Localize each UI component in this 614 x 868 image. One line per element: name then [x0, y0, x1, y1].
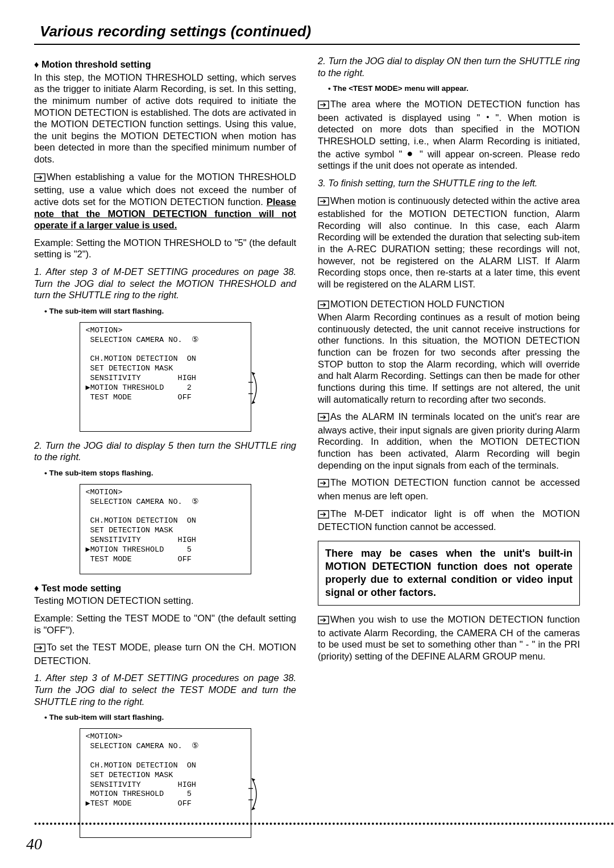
note-testmode-on: To set the TEST MODE, please turn ON the… [34, 641, 296, 666]
step-testmode-3: 3. To finish setting, turn the SHUTTLE r… [318, 177, 580, 189]
note-motion-area: The area where the MOTION DETECTION func… [318, 98, 580, 172]
note-mdet-indicator: The M-DET indicator light is off when th… [318, 508, 580, 533]
note-subitem-stop-flash: • The sub-item stops flashing. [44, 469, 296, 478]
note-arrow-icon [318, 412, 329, 424]
menu-screenshot-2: <MOTION> SELECTION CAMERA NO. ⑤ CH.MOTIO… [80, 484, 251, 574]
step-testmode-1: 1. After step 3 of M-DET SETTING procedu… [34, 672, 296, 707]
menu-screenshot-1: <MOTION> SELECTION CAMERA NO. ⑤ CH.MOTIO… [80, 322, 251, 432]
left-column: ♦ Motion threshold setting In this step,… [34, 55, 296, 846]
note-arrow-icon [34, 643, 45, 655]
para-testmode-intro: Testing MOTION DETECTION setting. [34, 595, 296, 607]
step-threshold-1: 1. After step 3 of M-DET SETTING procedu… [34, 266, 296, 301]
note-alarm-in: As the ALARM IN terminals located on the… [318, 411, 580, 471]
note-subitem-flash-1: • The sub-item will start flashing. [44, 307, 296, 316]
heading-test-mode: ♦ Test mode setting [34, 582, 296, 594]
note-camera-ch: When you wish to use the MOTION DETECTIO… [318, 614, 580, 662]
note-arrow-icon [318, 197, 329, 208]
jog-dial-arc-icon [193, 358, 264, 422]
note-continuous-motion: When motion is continuously detected wit… [318, 195, 580, 290]
jog-dial-arc-icon [193, 764, 264, 828]
note-subitem-flash-2: • The sub-item will start flashing. [44, 713, 296, 723]
step-testmode-2: 2. Turn the JOG dial to display ON then … [318, 55, 580, 78]
note-arrow-icon [318, 300, 329, 312]
right-column: 2. Turn the JOG dial to display ON then … [318, 55, 580, 846]
para-testmode-example: Example: Setting the TEST MODE to "ON" (… [34, 612, 296, 636]
page-title: Various recording settings (continued) [40, 23, 311, 40]
step-threshold-2: 2. Turn the JOG dial to display 5 then t… [34, 440, 296, 463]
note-testmode-menu: • The <TEST MODE> menu will appear. [328, 84, 580, 94]
note-arrow-icon [34, 173, 45, 185]
note-hold-function: MOTION DETECTION HOLD FUNCTION When Alar… [318, 298, 580, 406]
note-arrow-icon [318, 100, 329, 112]
note-arrow-icon [318, 510, 329, 521]
para-threshold-intro: In this step, the MOTION THRESHOLD setti… [34, 72, 296, 165]
note-threshold-limit: When establishing a value for the MOTION… [34, 171, 296, 231]
para-threshold-example: Example: Setting the MOTION THRESHOLD to… [34, 237, 296, 260]
note-menu-open: The MOTION DETECTION function cannot be … [318, 477, 580, 502]
page-title-bar: Various recording settings (continued) [34, 20, 580, 45]
heading-motion-threshold: ♦ Motion threshold setting [34, 59, 296, 70]
large-dot-icon: ● [407, 148, 415, 159]
note-arrow-icon [318, 478, 329, 490]
footer-divider: ••••••••••••••••••••••••••••••••••••••••… [34, 819, 614, 828]
warning-box: There may be cases when the unit's built… [318, 541, 580, 606]
page-number: 40 [26, 835, 42, 853]
note-arrow-icon [318, 615, 329, 627]
